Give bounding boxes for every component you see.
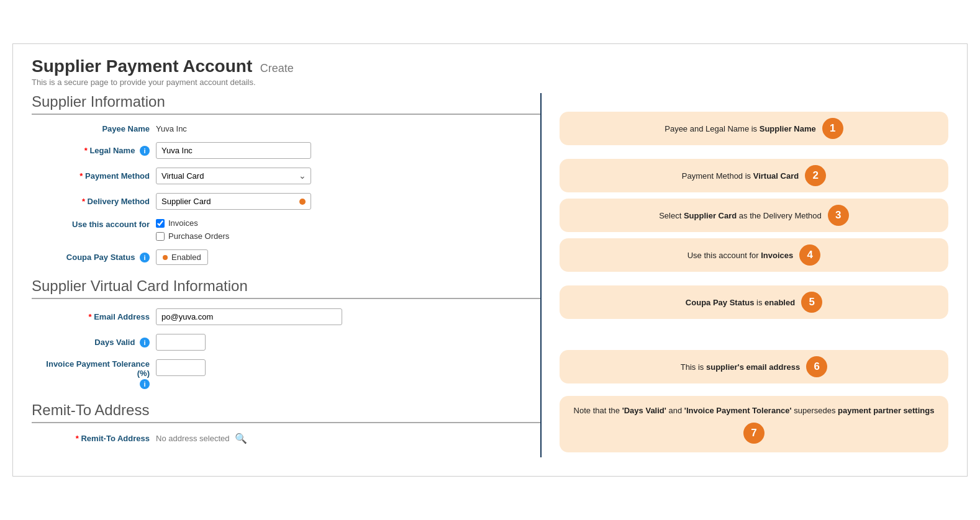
purchase-orders-checkbox[interactable]	[156, 232, 165, 241]
use-account-label: Use this account for	[32, 218, 156, 229]
legal-name-input[interactable]	[156, 142, 311, 159]
annotation-4-row: Use this account for Invoices 4	[560, 238, 948, 272]
annotation-4-box: Use this account for Invoices 4	[560, 238, 948, 272]
required-star: *	[84, 146, 88, 155]
required-star2: *	[79, 171, 83, 181]
legal-name-label: * Legal Name i	[32, 146, 156, 156]
ann-7-badge: 7	[743, 423, 764, 444]
purchase-orders-label: Purchase Orders	[168, 231, 229, 241]
create-label: Create	[260, 62, 294, 74]
delivery-method-row: * Delivery Method Supplier Card	[32, 193, 541, 210]
ann-6-badge: 6	[806, 356, 827, 377]
ann-5-text: Coupa Pay Status is enabled	[686, 298, 795, 307]
payee-name-row: Payee Name Yuva Inc	[32, 124, 541, 133]
annotations-section: Payee and Legal Name is Supplier Name 1 …	[541, 93, 948, 457]
invoices-label: Invoices	[168, 218, 198, 228]
supplier-info-title: Supplier Information	[32, 93, 541, 115]
delivery-method-field[interactable]: Supplier Card	[156, 193, 311, 210]
annotation-6-row: This is supplier's email address 6	[560, 350, 948, 383]
invoices-checkbox[interactable]	[156, 219, 165, 228]
use-account-row: Use this account for Invoices Purchase O…	[32, 218, 541, 241]
enabled-dot	[163, 255, 168, 260]
ann-2-badge: 2	[805, 165, 826, 186]
annotation-5-box: Coupa Pay Status is enabled 5	[560, 285, 948, 319]
annotation-3-box: Select Supplier Card as the Delivery Met…	[560, 199, 948, 232]
page-header: Supplier Payment Account Create This is …	[32, 56, 948, 87]
coupa-pay-status-label: Coupa Pay Status i	[32, 253, 156, 262]
ann-7-text: Note that the 'Days Valid' and 'Invoice …	[574, 405, 935, 418]
coupa-pay-info-icon[interactable]: i	[140, 253, 150, 262]
virtual-card-title: Supplier Virtual Card Information	[32, 277, 541, 299]
remit-to-title: Remit-To Address	[32, 401, 541, 423]
coupa-pay-status-value: Enabled	[156, 249, 208, 265]
ann-1-text: Payee and Legal Name is Supplier Name	[665, 124, 816, 133]
delivery-method-value: Supplier Card	[161, 197, 211, 206]
required-star5: *	[76, 434, 79, 443]
payment-method-label: * Payment Method	[32, 171, 156, 181]
annotation-7-box: Note that the 'Days Valid' and 'Invoice …	[560, 396, 948, 452]
form-section: Supplier Information Payee Name Yuva Inc…	[32, 93, 541, 457]
annotation-2-box: Payment Method is Virtual Card 2	[560, 159, 948, 192]
annotation-1-row: Payee and Legal Name is Supplier Name 1	[560, 112, 948, 145]
email-label: * Email Address	[32, 312, 156, 321]
annotation-1-box: Payee and Legal Name is Supplier Name 1	[560, 112, 948, 145]
ann-4-text: Use this account for Invoices	[687, 251, 794, 260]
annotation-2-row: Payment Method is Virtual Card 2	[560, 159, 948, 192]
invoice-tolerance-info-icon[interactable]: i	[140, 379, 150, 389]
ann-3-text: Select Supplier Card as the Delivery Met…	[659, 211, 822, 220]
page-title: Supplier Payment Account	[32, 56, 252, 76]
invoice-tolerance-label: Invoice Payment Tolerance (%) i	[32, 359, 156, 389]
coupa-pay-status-row: Coupa Pay Status i Enabled	[32, 249, 541, 265]
search-icon[interactable]: 🔍	[235, 433, 247, 444]
days-valid-info-icon[interactable]: i	[140, 338, 150, 347]
annotation-5-row: Coupa Pay Status is enabled 5	[560, 285, 948, 319]
remit-to-section: Remit-To Address * Remit-To Address No a…	[32, 401, 541, 444]
page-container: Supplier Payment Account Create This is …	[12, 43, 968, 477]
required-star4: *	[88, 312, 91, 321]
invoice-tolerance-row: Invoice Payment Tolerance (%) i	[32, 359, 541, 389]
ann-1-badge: 1	[822, 118, 843, 139]
page-subtitle: This is a secure page to provide your pa…	[32, 78, 948, 87]
email-row: * Email Address	[32, 308, 541, 325]
legal-name-row: * Legal Name i	[32, 142, 541, 159]
invoices-checkbox-row: Invoices	[156, 218, 229, 228]
payment-method-select[interactable]: Virtual Card	[156, 168, 311, 184]
days-valid-label: Days Valid i	[32, 338, 156, 347]
days-valid-row: Days Valid i	[32, 334, 541, 351]
payment-method-row: * Payment Method Virtual Card	[32, 168, 541, 184]
annotation-7-row: Note that the 'Days Valid' and 'Invoice …	[560, 396, 948, 452]
ann-4-badge: 4	[799, 244, 820, 266]
delivery-method-label: * Delivery Method	[32, 197, 156, 206]
days-valid-input[interactable]	[156, 334, 206, 351]
ann-3-badge: 3	[828, 205, 849, 226]
checkbox-group: Invoices Purchase Orders	[156, 218, 229, 241]
email-input[interactable]	[156, 308, 342, 325]
ann-5-badge: 5	[801, 292, 822, 313]
annotation-6-box: This is supplier's email address 6	[560, 350, 948, 383]
remit-to-value: No address selected	[156, 434, 230, 443]
annotation-3-row: Select Supplier Card as the Delivery Met…	[560, 199, 948, 232]
remit-to-label: * Remit-To Address	[32, 434, 156, 443]
remit-to-row: * Remit-To Address No address selected 🔍	[32, 433, 541, 444]
ann-2-text: Payment Method is Virtual Card	[682, 171, 799, 181]
invoice-tolerance-input[interactable]	[156, 359, 206, 376]
ann-6-text: This is supplier's email address	[681, 362, 800, 372]
virtual-card-section: Supplier Virtual Card Information * Emai…	[32, 277, 541, 389]
purchase-orders-checkbox-row: Purchase Orders	[156, 231, 229, 241]
delivery-dot	[299, 199, 306, 205]
legal-name-info-icon[interactable]: i	[140, 146, 150, 156]
supplier-info-section: Supplier Information Payee Name Yuva Inc…	[32, 93, 541, 265]
payee-name-label: Payee Name	[32, 124, 156, 133]
payment-method-select-wrapper: Virtual Card	[156, 168, 311, 184]
payee-name-value: Yuva Inc	[156, 124, 187, 133]
required-star3: *	[82, 197, 85, 206]
